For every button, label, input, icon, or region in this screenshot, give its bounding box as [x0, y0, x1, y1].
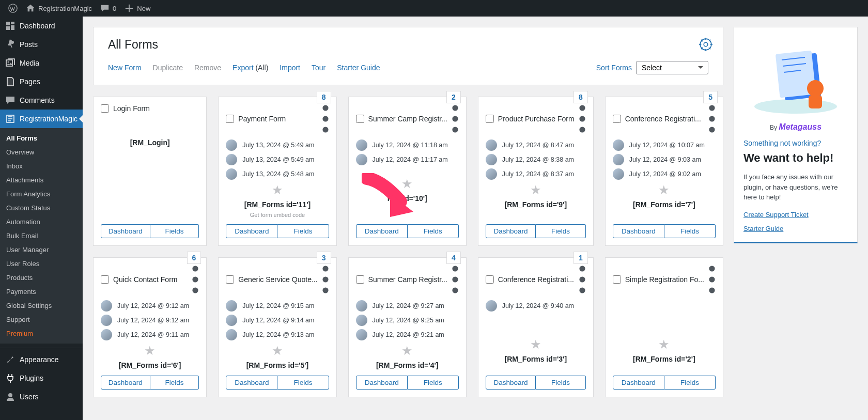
fields-button[interactable]: Fields — [536, 224, 585, 238]
entry-row[interactable]: July 12, 2024 @ 9:14 am — [226, 315, 329, 326]
fields-button[interactable]: Fields — [277, 224, 329, 238]
entry-row[interactable]: July 12, 2024 @ 9:11 am — [101, 329, 199, 340]
star-icon[interactable]: ★ — [356, 177, 459, 191]
sidebar-sub-user-manager[interactable]: User Manager — [0, 243, 83, 257]
entry-row[interactable]: July 12, 2024 @ 9:02 am — [613, 168, 716, 180]
select-form-checkbox[interactable] — [101, 104, 109, 113]
star-icon[interactable]: ★ — [226, 183, 329, 197]
dashboard-button[interactable]: Dashboard — [226, 224, 277, 238]
sidebar-item-dashboard[interactable]: Dashboard — [0, 17, 83, 35]
dashboard-button[interactable]: Dashboard — [613, 376, 664, 390]
select-form-checkbox[interactable] — [486, 115, 494, 123]
fields-button[interactable]: Fields — [150, 224, 199, 238]
duplicate-link[interactable]: Duplicate — [153, 64, 183, 72]
sidebar-sub-automation[interactable]: Automation — [0, 215, 83, 229]
entry-row[interactable]: July 13, 2024 @ 5:48 am — [226, 168, 329, 180]
export-link[interactable]: Export — [233, 64, 253, 72]
entry-row[interactable]: July 13, 2024 @ 5:49 am — [226, 139, 329, 151]
wp-logo[interactable] — [4, 0, 22, 17]
select-form-checkbox[interactable] — [226, 275, 234, 284]
starter-link[interactable]: Starter Guide — [337, 64, 380, 72]
select-form-checkbox[interactable] — [226, 115, 234, 123]
kebab-menu-icon[interactable] — [452, 104, 459, 133]
submission-count-badge[interactable]: 8 — [574, 91, 588, 103]
sidebar-item-appearance[interactable]: Appearance — [0, 350, 83, 369]
entry-row[interactable]: July 12, 2024 @ 9:12 am — [101, 315, 199, 326]
entry-row[interactable]: July 12, 2024 @ 9:15 am — [226, 300, 329, 312]
fields-button[interactable]: Fields — [408, 224, 459, 238]
star-icon[interactable]: ★ — [356, 344, 459, 358]
select-form-checkbox[interactable] — [356, 275, 364, 284]
sidebar-item-comments[interactable]: Comments — [0, 91, 83, 110]
dashboard-button[interactable]: Dashboard — [486, 224, 536, 238]
dashboard-button[interactable]: Dashboard — [101, 224, 150, 238]
submission-count-badge[interactable]: 8 — [317, 91, 331, 103]
remove-link[interactable]: Remove — [194, 64, 221, 72]
sidebar-sub-global-settings[interactable]: Global Settings — [0, 299, 83, 313]
entry-row[interactable]: July 12, 2024 @ 9:25 am — [356, 315, 459, 326]
sidebar-sub-all-forms[interactable]: All Forms — [0, 131, 83, 145]
select-form-checkbox[interactable] — [101, 275, 109, 284]
submission-count-badge[interactable]: 3 — [317, 252, 331, 264]
kebab-menu-icon[interactable] — [708, 265, 716, 294]
kebab-menu-icon[interactable] — [322, 265, 329, 294]
sidebar-sub-support[interactable]: Support — [0, 313, 83, 326]
entry-row[interactable]: July 12, 2024 @ 9:12 am — [101, 300, 199, 312]
gear-icon[interactable] — [699, 38, 712, 51]
sidebar-item-registrationmagic[interactable]: RegistrationMagic — [0, 110, 83, 128]
fields-button[interactable]: Fields — [150, 376, 199, 390]
kebab-menu-icon[interactable] — [452, 265, 459, 294]
entry-row[interactable]: July 13, 2024 @ 5:49 am — [226, 154, 329, 165]
entry-row[interactable]: July 12, 2024 @ 8:47 am — [486, 139, 586, 151]
entry-row[interactable]: July 12, 2024 @ 8:38 am — [486, 154, 586, 165]
new-link[interactable]: New — [120, 0, 154, 17]
tour-link[interactable]: Tour — [312, 64, 326, 72]
star-icon[interactable]: ★ — [486, 337, 586, 352]
new-form-link[interactable]: New Form — [108, 64, 142, 72]
sidebar-sub-attachments[interactable]: Attachments — [0, 173, 83, 187]
kebab-menu-icon[interactable] — [708, 104, 716, 133]
sidebar-sub-custom-status[interactable]: Custom Status — [0, 201, 83, 215]
dashboard-button[interactable]: Dashboard — [356, 224, 408, 238]
fields-button[interactable]: Fields — [536, 376, 585, 390]
dashboard-button[interactable]: Dashboard — [226, 376, 277, 390]
submission-count-badge[interactable]: 1 — [574, 252, 588, 264]
kebab-menu-icon[interactable] — [579, 265, 586, 294]
star-icon[interactable]: ★ — [226, 344, 329, 358]
select-form-checkbox[interactable] — [486, 275, 494, 284]
entry-row[interactable]: July 12, 2024 @ 10:07 am — [613, 139, 716, 151]
select-form-checkbox[interactable] — [613, 275, 621, 284]
starter-guide-link[interactable]: Starter Guide — [743, 225, 848, 232]
entry-row[interactable]: July 12, 2024 @ 9:21 am — [356, 329, 459, 340]
entry-row[interactable]: July 12, 2024 @ 9:13 am — [226, 329, 329, 340]
fields-button[interactable]: Fields — [664, 224, 716, 238]
entry-row[interactable]: July 12, 2024 @ 8:37 am — [486, 168, 586, 180]
entry-row[interactable]: July 12, 2024 @ 9:03 am — [613, 154, 716, 165]
sidebar-sub-products[interactable]: Products — [0, 271, 83, 285]
star-icon[interactable]: ★ — [101, 344, 199, 358]
sidebar-sub-user-roles[interactable]: User Roles — [0, 257, 83, 271]
star-icon[interactable]: ★ — [613, 183, 716, 197]
dashboard-button[interactable]: Dashboard — [486, 376, 536, 390]
import-link[interactable]: Import — [280, 64, 300, 72]
sidebar-sub-overview[interactable]: Overview — [0, 145, 83, 159]
sidebar-item-pages[interactable]: Pages — [0, 72, 83, 91]
entry-row[interactable]: July 12, 2024 @ 9:40 am — [486, 300, 586, 312]
sidebar-item-media[interactable]: Media — [0, 54, 83, 72]
select-form-checkbox[interactable] — [356, 115, 364, 123]
sort-select[interactable]: Select — [636, 61, 708, 74]
comments-link[interactable]: 0 — [96, 0, 120, 17]
entry-row[interactable]: July 12, 2024 @ 11:18 am — [356, 139, 459, 151]
sidebar-item-plugins[interactable]: Plugins — [0, 369, 83, 387]
submission-count-badge[interactable]: 2 — [446, 91, 461, 103]
sidebar-sub-payments[interactable]: Payments — [0, 285, 83, 299]
kebab-menu-icon[interactable] — [579, 104, 586, 133]
kebab-menu-icon[interactable] — [322, 104, 329, 133]
star-icon[interactable]: ★ — [613, 337, 716, 352]
dashboard-button[interactable]: Dashboard — [613, 224, 664, 238]
dashboard-button[interactable]: Dashboard — [101, 376, 150, 390]
sidebar-sub-inbox[interactable]: Inbox — [0, 159, 83, 173]
select-form-checkbox[interactable] — [613, 115, 621, 123]
sidebar-sub-bulk-email[interactable]: Bulk Email — [0, 229, 83, 243]
fields-button[interactable]: Fields — [408, 376, 459, 390]
